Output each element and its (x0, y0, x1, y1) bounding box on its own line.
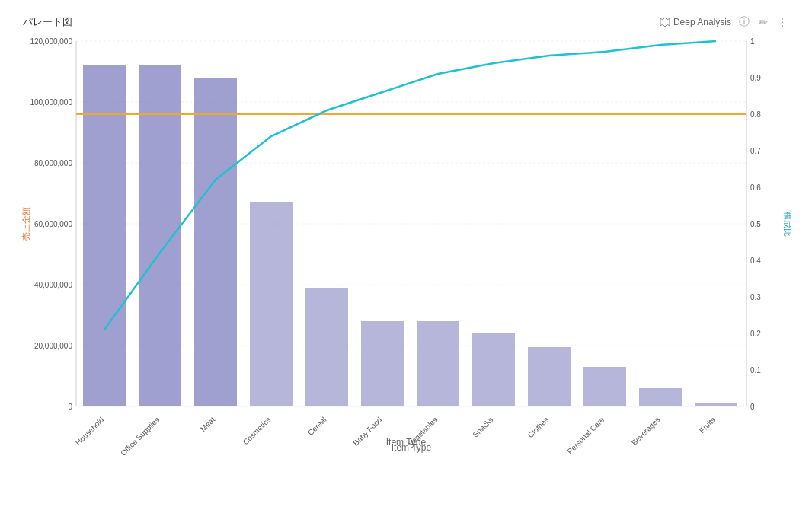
info-icon[interactable]: ⓘ (737, 14, 751, 30)
pareto-svg: 売上金額 構成比 120,000,000 100,000,000 80,000,… (15, 33, 797, 460)
svg-rect-36 (528, 347, 571, 406)
svg-rect-32 (305, 288, 348, 406)
y-axis-right-label: 構成比 (783, 212, 792, 237)
svg-text:80,000,000: 80,000,000 (34, 159, 72, 167)
svg-text:Personal Care: Personal Care (565, 415, 606, 455)
svg-text:20,000,000: 20,000,000 (34, 342, 72, 350)
svg-rect-30 (194, 78, 237, 406)
chart-title: パレート図 (23, 15, 72, 29)
svg-text:40,000,000: 40,000,000 (34, 281, 72, 289)
svg-rect-29 (139, 65, 181, 406)
svg-text:0: 0 (750, 403, 755, 411)
svg-rect-31 (250, 202, 293, 406)
header-actions: Deep Analysis ⓘ ✏ ⋮ (660, 14, 789, 30)
svg-rect-33 (361, 321, 404, 406)
y-axis-right-labels: 1 0.9 0.8 0.7 0.6 0.5 0.4 0.3 0.2 0.1 0 (750, 37, 761, 411)
svg-rect-28 (83, 65, 126, 406)
deep-analysis-label: Deep Analysis (673, 17, 731, 27)
x-axis-title-text: Item Type (386, 437, 426, 448)
svg-text:0.6: 0.6 (750, 183, 761, 192)
more-icon[interactable]: ⋮ (775, 14, 789, 30)
svg-text:100,000,000: 100,000,000 (30, 98, 72, 107)
svg-text:0.3: 0.3 (750, 293, 761, 301)
deep-analysis-icon (660, 17, 670, 27)
svg-text:1: 1 (750, 37, 755, 46)
svg-text:Fruits: Fruits (698, 416, 717, 435)
svg-text:0: 0 (68, 403, 72, 411)
svg-text:0.2: 0.2 (750, 330, 761, 338)
svg-rect-37 (583, 367, 626, 406)
pareto-chart-container: パレート図 Deep Analysis ⓘ ✏ ⋮ 売上金額 構成比 (0, 0, 812, 510)
svg-text:Cereal: Cereal (306, 416, 328, 438)
svg-text:60,000,000: 60,000,000 (34, 220, 72, 228)
svg-rect-39 (695, 403, 737, 406)
y-axis-left-labels: 120,000,000 100,000,000 80,000,000 60,00… (30, 37, 72, 411)
svg-text:Snacks: Snacks (471, 416, 494, 439)
bars (83, 65, 737, 406)
svg-text:Clothes: Clothes (526, 416, 551, 440)
y-axis-left-label: 売上金額 (21, 207, 30, 241)
svg-text:0.7: 0.7 (750, 147, 761, 155)
svg-rect-35 (472, 333, 515, 406)
deep-analysis-button[interactable]: Deep Analysis (660, 17, 731, 27)
svg-text:Meat: Meat (199, 415, 217, 433)
svg-text:0.8: 0.8 (750, 110, 761, 119)
svg-text:0.9: 0.9 (750, 74, 761, 82)
svg-text:120,000,000: 120,000,000 (30, 37, 72, 46)
svg-rect-38 (639, 388, 682, 406)
svg-text:0.1: 0.1 (750, 366, 761, 375)
svg-rect-34 (417, 321, 459, 406)
svg-text:0.4: 0.4 (750, 257, 761, 265)
edit-icon[interactable]: ✏ (757, 14, 769, 30)
svg-text:0.5: 0.5 (750, 220, 761, 228)
chart-header: パレート図 Deep Analysis ⓘ ✏ ⋮ (15, 8, 797, 33)
